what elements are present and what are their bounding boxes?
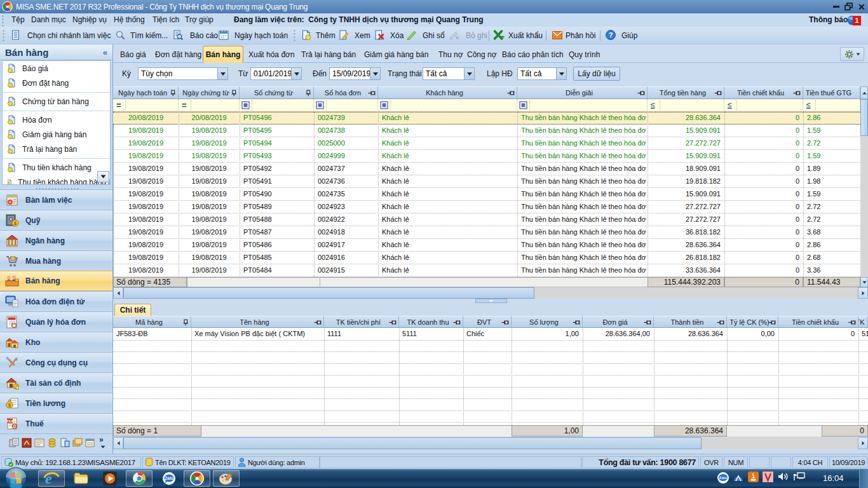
svg-text:Zalo: Zalo [165, 476, 173, 480]
svg-text:Zalo: Zalo [719, 476, 728, 480]
svg-text:?: ? [609, 31, 613, 39]
svg-text:%: % [13, 424, 17, 428]
svg-text:TAX: TAX [6, 419, 13, 423]
svg-text:$: $ [8, 403, 11, 408]
svg-text:$: $ [14, 221, 17, 226]
